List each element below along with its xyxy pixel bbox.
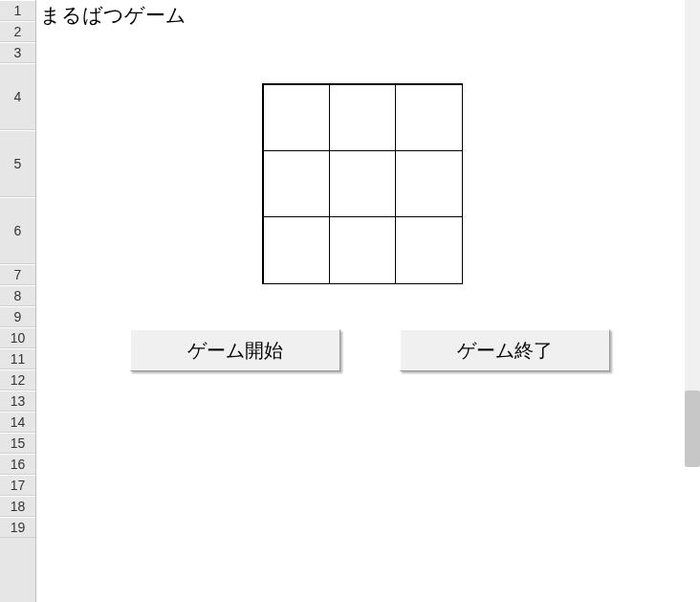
game-cell-7[interactable] <box>263 216 330 283</box>
game-board <box>262 83 463 284</box>
row-header-11[interactable]: 11 <box>0 348 35 369</box>
row-header-5[interactable]: 5 <box>0 130 35 197</box>
game-cell-8[interactable] <box>329 216 396 283</box>
row-header-4[interactable]: 4 <box>0 63 35 130</box>
scrollbar-track[interactable] <box>685 0 700 390</box>
row-header-15[interactable]: 15 <box>0 433 35 454</box>
row-header-10[interactable]: 10 <box>0 327 35 348</box>
row-header-19[interactable]: 19 <box>0 517 35 538</box>
game-cell-9[interactable] <box>395 216 462 283</box>
row-header-13[interactable]: 13 <box>0 390 35 412</box>
game-cell-1[interactable] <box>263 84 330 151</box>
row-header-18[interactable]: 18 <box>0 496 35 517</box>
row-header-16[interactable]: 16 <box>0 454 35 475</box>
end-button[interactable]: ゲーム終了 <box>400 329 610 371</box>
row-header-3[interactable]: 3 <box>0 42 35 63</box>
row-header-9[interactable]: 9 <box>0 306 35 327</box>
row-header-17[interactable]: 17 <box>0 475 35 496</box>
row-header-column: 12345678910111213141516171819 <box>0 0 36 602</box>
row-header-14[interactable]: 14 <box>0 412 35 433</box>
game-cell-4[interactable] <box>263 150 330 217</box>
row-header-6[interactable]: 6 <box>0 197 35 264</box>
start-button[interactable]: ゲーム開始 <box>130 329 340 371</box>
page-title: まるばつゲーム <box>40 2 186 29</box>
game-cell-3[interactable] <box>395 84 462 151</box>
worksheet-content: まるばつゲーム ゲーム開始 ゲーム終了 <box>36 0 700 602</box>
row-header-1[interactable]: 1 <box>0 0 35 21</box>
scrollbar-thumb[interactable] <box>685 390 700 467</box>
game-cell-5[interactable] <box>329 150 396 217</box>
row-header-2[interactable]: 2 <box>0 21 35 42</box>
row-header-8[interactable]: 8 <box>0 285 35 306</box>
button-row: ゲーム開始 ゲーム終了 <box>130 329 610 371</box>
row-header-7[interactable]: 7 <box>0 264 35 285</box>
game-cell-2[interactable] <box>329 84 396 151</box>
row-header-12[interactable]: 12 <box>0 369 35 390</box>
game-cell-6[interactable] <box>395 150 462 217</box>
